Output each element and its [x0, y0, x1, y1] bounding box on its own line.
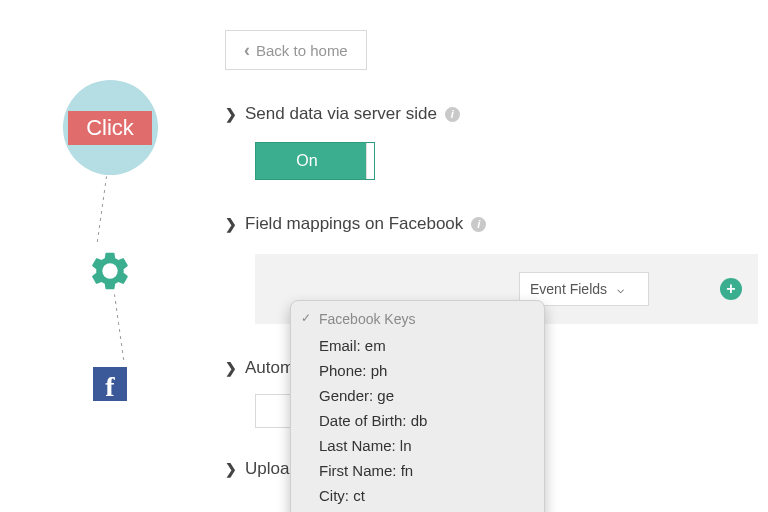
- info-icon[interactable]: i: [445, 107, 460, 122]
- dropdown-header: Facebook Keys: [291, 307, 544, 333]
- section-header[interactable]: ❯ Field mappings on Facebook i: [225, 214, 758, 234]
- toggle-knob: [366, 143, 374, 179]
- chevron-right-icon: ❯: [225, 360, 237, 376]
- section-title: Field mappings on Facebook: [245, 214, 463, 234]
- section-title: Uploa: [245, 459, 289, 479]
- dropdown-item[interactable]: State: st: [291, 508, 544, 512]
- auto-select-partial[interactable]: [255, 394, 295, 428]
- dropdown-item[interactable]: Date of Birth: db: [291, 408, 544, 433]
- info-icon[interactable]: i: [471, 217, 486, 232]
- section-header[interactable]: ❯ Send data via server side i: [225, 104, 758, 124]
- click-node: Click: [63, 80, 158, 175]
- click-label: Click: [68, 111, 152, 145]
- dropdown-item[interactable]: Last Name: ln: [291, 433, 544, 458]
- connector-1: [96, 176, 107, 245]
- gear-icon: [88, 249, 132, 293]
- chevron-right-icon: ❯: [225, 216, 237, 232]
- facebook-icon: f: [105, 373, 114, 401]
- chevron-right-icon: ❯: [225, 461, 237, 477]
- section-send-server-side: ❯ Send data via server side i On: [225, 104, 758, 180]
- chevron-left-icon: ‹: [244, 41, 250, 59]
- transform-node: [88, 249, 132, 293]
- add-mapping-button[interactable]: +: [720, 278, 742, 300]
- dropdown-item[interactable]: Email: em: [291, 333, 544, 358]
- select-label: Event Fields: [530, 281, 607, 297]
- chevron-right-icon: ❯: [225, 106, 237, 122]
- connector-2: [113, 294, 124, 363]
- dropdown-item[interactable]: First Name: fn: [291, 458, 544, 483]
- pipeline-diagram: Click f: [40, 80, 180, 380]
- facebook-node: f: [93, 367, 127, 401]
- toggle-label: On: [256, 152, 366, 170]
- dropdown-item[interactable]: Phone: ph: [291, 358, 544, 383]
- section-title: Autom: [245, 358, 294, 378]
- server-side-toggle[interactable]: On: [255, 142, 375, 180]
- back-to-home-button[interactable]: ‹ Back to home: [225, 30, 367, 70]
- back-label: Back to home: [256, 42, 348, 59]
- plus-icon: +: [726, 280, 735, 298]
- section-title: Send data via server side: [245, 104, 437, 124]
- dropdown-item[interactable]: City: ct: [291, 483, 544, 508]
- chevron-down-icon: ⌵: [617, 282, 624, 296]
- dropdown-item[interactable]: Gender: ge: [291, 383, 544, 408]
- facebook-keys-dropdown[interactable]: Facebook Keys Email: emPhone: phGender: …: [290, 300, 545, 512]
